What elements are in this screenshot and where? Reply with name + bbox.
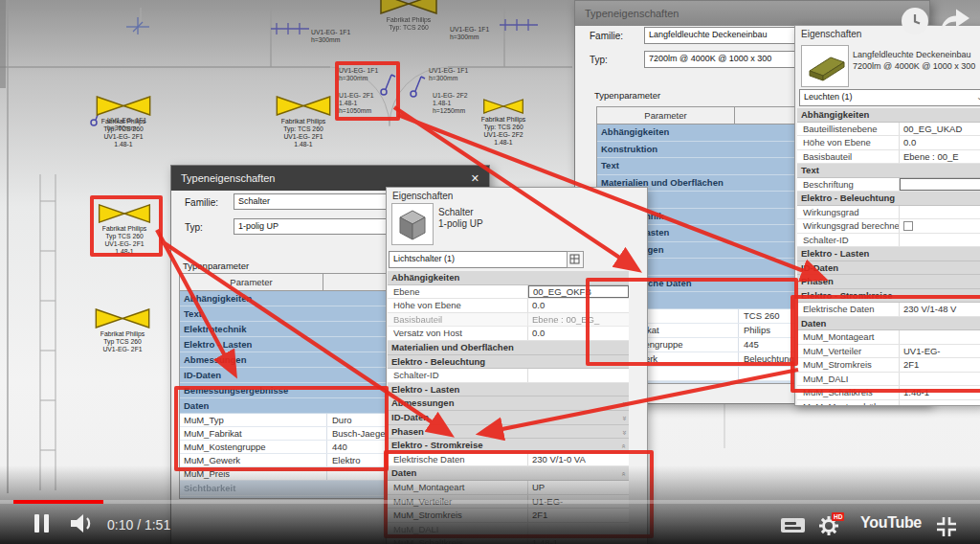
checkbox[interactable] (903, 221, 913, 231)
parameter-row[interactable]: Wirkungsgrad berechnen (797, 219, 980, 234)
parameter-group-row[interactable]: Abmessungen (180, 352, 388, 368)
parameter-group-row[interactable]: Elektro - Lasten (797, 247, 980, 261)
parameter-row[interactable]: Schalter-ID (797, 234, 980, 248)
video-frame[interactable]: Fabrikat Philips Typ: TCS 260 UV1-EG- 2F… (0, 0, 980, 544)
parameter-name: Basisbauteil (388, 313, 528, 327)
group-label: Materialien und Oberflächen (391, 342, 514, 352)
parameter-group-row[interactable]: Elektrotechnik (180, 322, 388, 337)
parameter-row[interactable]: Beschriftung (797, 178, 980, 193)
parameter-value[interactable] (900, 206, 980, 219)
parameter-row[interactable]: Höhe von Ebene0.0 (797, 136, 980, 150)
parameter-value[interactable] (900, 234, 980, 247)
light-fixture: Fabrikat Philips Typ: TCS 260 (379, 0, 438, 18)
parameter-group-row[interactable]: Abhängigkeiten (180, 291, 388, 306)
group-label: Elektro - Stromkreise (391, 440, 483, 450)
typ-dropdown[interactable]: 7200lm @ 4000K @ 1000 x 300⌄ (644, 51, 814, 68)
familie-dropdown[interactable]: Schalter⌄ (234, 193, 403, 210)
annotation-box-daten-back-dialog (586, 278, 798, 366)
collapse-chevron-icon[interactable]: » (617, 430, 629, 434)
parameter-group-row[interactable]: Abhängigkeiten (597, 125, 798, 142)
parameter-group-row[interactable]: Text (180, 306, 388, 322)
group-label: Elektrotechnik (184, 324, 246, 334)
parameter-name: Höhe von Ebene (388, 299, 528, 312)
parameter-group-row[interactable]: Elektro - Lasten (180, 337, 388, 352)
collapse-chevron-icon[interactable]: » (617, 417, 629, 420)
collapse-chevron-icon[interactable]: » (617, 402, 629, 406)
parameter-group-row[interactable]: Elektro - Beleuchtung (797, 192, 980, 206)
parameter-row[interactable]: Schalter-ID (388, 369, 629, 383)
parameter-group-row[interactable]: Phasen (797, 275, 980, 289)
parameter-group-row[interactable]: Text (797, 164, 980, 178)
fixture-bowtie-icon (379, 0, 438, 14)
familie-value: Schalter (238, 196, 270, 206)
group-label: Elektro - Lasten (801, 248, 869, 259)
watch-later-button[interactable] (902, 8, 928, 34)
close-icon[interactable]: ✕ (471, 172, 479, 185)
parameter-name: Höhe von Ebene (797, 136, 900, 149)
dimension-tick-icon (126, 17, 149, 34)
parameter-row[interactable]: MuM_Montagehöhe (797, 400, 980, 407)
group-label: Materialien und Oberflächen (601, 177, 724, 188)
group-label: Phasen (391, 426, 424, 437)
share-arrow-icon (941, 10, 969, 33)
group-label: Text (184, 308, 202, 319)
parameter-value[interactable] (528, 369, 629, 382)
chevron-down-icon: ⌄ (976, 90, 980, 104)
captions-button[interactable] (781, 518, 805, 533)
parameter-group-row[interactable]: ID-Daten» (388, 411, 629, 425)
parameter-row[interactable]: BasisbauteilEbene : 00_E (797, 150, 980, 165)
switch-label: UV1-EG- 1F1 h=300mm (311, 29, 350, 44)
edit-type-button[interactable] (567, 251, 584, 268)
parameter-column-header: Parameter (180, 274, 323, 290)
parameter-group-row[interactable]: ID-Daten (797, 261, 980, 276)
volume-icon (71, 514, 83, 533)
volume-button[interactable] (71, 514, 98, 533)
group-label: Text (601, 160, 619, 170)
parameter-row[interactable]: Wirkungsgrad (797, 206, 980, 220)
group-label: Abhängigkeiten (601, 126, 669, 137)
type-name: Schalter 1-polig UP (438, 207, 553, 230)
selector-value: Lichtschalter (1) (393, 254, 455, 263)
parameter-group-row[interactable]: ID-Daten (180, 368, 388, 383)
parameter-value[interactable]: 0.0 (900, 136, 980, 149)
parameter-group-row[interactable]: Phasen» (388, 425, 629, 440)
light-fixture: Fabrikat Philips Typ: TCS 260 UV1-EG- 2F… (483, 99, 523, 118)
parameter-value[interactable] (739, 367, 798, 380)
parameter-row[interactable]: Bauteillistenebene00_EG_UKAD (797, 123, 980, 137)
group-label: ID-Daten (801, 262, 838, 273)
progress-played[interactable] (13, 500, 103, 504)
category-selector[interactable]: Leuchten (1)⌄ (799, 89, 980, 106)
collapse-chevron-icon[interactable]: » (617, 444, 629, 448)
parameter-name: Beschriftung (797, 178, 900, 192)
parameter-value[interactable] (900, 219, 980, 233)
typ-dropdown[interactable]: 1-polig UP⌄ (234, 218, 403, 235)
type-preview (391, 203, 434, 245)
youtube-logo[interactable]: YouTube (860, 514, 922, 532)
parameter-group-row[interactable]: Konstruktion (597, 142, 798, 159)
fixture-bowtie-icon (96, 96, 151, 116)
time-display: 0:10 / 1:51 (107, 517, 170, 533)
hd-badge: HD (832, 512, 844, 521)
parameter-group-row[interactable]: Text (597, 158, 798, 175)
annotation-box-daten-back-palette (791, 295, 980, 393)
dialog-titlebar[interactable]: Typeneigenschaften ✕ (575, 1, 929, 26)
parameter-group-row[interactable]: Abhängigkeiten (797, 108, 980, 123)
parameter-group-row[interactable]: Elektro - Lasten (388, 383, 629, 397)
group-label: Konstruktion (601, 144, 657, 154)
parameter-value[interactable]: Ebene : 00_E (900, 150, 980, 164)
parameter-value[interactable] (900, 400, 980, 407)
group-label: Abmessungen (184, 354, 246, 365)
progress-track[interactable] (0, 500, 980, 504)
parameter-value[interactable] (900, 178, 980, 192)
captions-icon (785, 522, 796, 525)
parameter-group-row[interactable]: Abmessungen» (388, 397, 629, 411)
category-selector[interactable]: Lichtschalter (1)⌄ (389, 251, 580, 268)
pause-icon (34, 514, 39, 533)
switch-label: UV1-EG- 1F1 h=300mm (429, 67, 468, 82)
parameter-value[interactable]: 00_EG_UKAD (900, 123, 980, 136)
exit-fullscreen-button[interactable] (936, 516, 957, 537)
familie-dropdown[interactable]: Langfeldleuchte Deckeneinbau⌄ (644, 27, 814, 44)
share-button[interactable] (938, 7, 972, 34)
palette-header: Eigenschaften (387, 188, 647, 204)
familie-label: Familie: (185, 197, 218, 208)
